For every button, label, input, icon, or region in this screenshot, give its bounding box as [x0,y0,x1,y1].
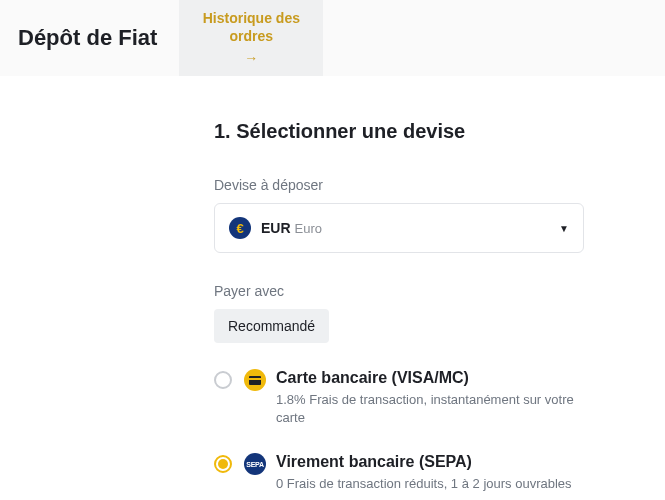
payment-method-sepa[interactable]: SEPA Virement bancaire (SEPA) 0 Frais de… [214,453,584,493]
currency-label: Devise à déposer [214,177,600,193]
sepa-icon: SEPA [244,453,266,475]
header: Dépôt de Fiat Historique des ordres → [0,0,665,76]
card-icon [244,369,266,391]
svg-rect-1 [249,378,261,380]
radio-card[interactable] [214,371,232,389]
main-content: 1. Sélectionner une devise Devise à dépo… [0,76,600,494]
order-history-label: Historique des ordres [179,9,323,45]
pay-with-label: Payer avec [214,283,600,299]
currency-name: Euro [295,221,322,236]
method-sepa-desc: 0 Frais de transaction réduits, 1 à 2 jo… [276,475,584,493]
page-title: Dépôt de Fiat [0,0,179,76]
currency-select[interactable]: € EUR Euro ▼ [214,203,584,253]
payment-method-card[interactable]: Carte bancaire (VISA/MC) 1.8% Frais de t… [214,369,584,427]
method-sepa-title: Virement bancaire (SEPA) [276,453,584,471]
arrow-right-icon: → [244,49,258,67]
recommended-chip[interactable]: Recommandé [214,309,329,343]
radio-sepa[interactable] [214,455,232,473]
chevron-down-icon: ▼ [559,223,569,234]
svg-rect-0 [249,376,261,385]
step-title: 1. Sélectionner une devise [214,120,600,143]
euro-icon: € [229,217,251,239]
method-card-text: Carte bancaire (VISA/MC) 1.8% Frais de t… [276,369,584,427]
order-history-link[interactable]: Historique des ordres → [179,0,323,76]
method-card-desc: 1.8% Frais de transaction, instantanémen… [276,391,584,427]
currency-code: EUR [261,220,291,236]
method-sepa-text: Virement bancaire (SEPA) 0 Frais de tran… [276,453,584,493]
method-card-title: Carte bancaire (VISA/MC) [276,369,584,387]
